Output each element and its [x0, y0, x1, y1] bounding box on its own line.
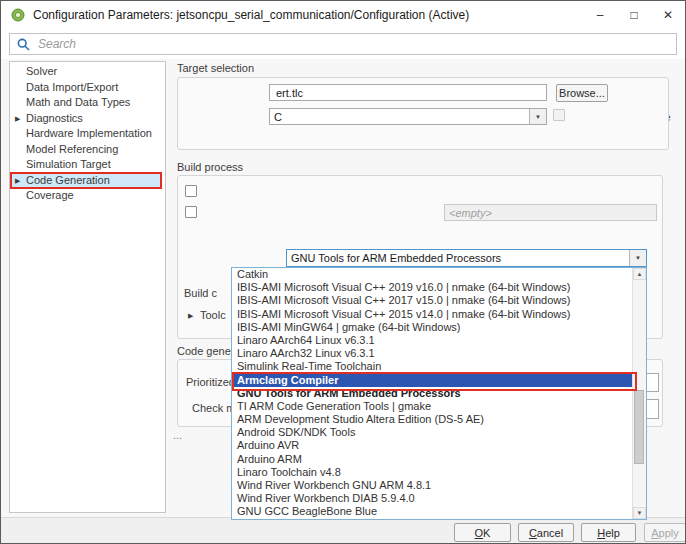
tree-arrow-icon: ▶ [15, 173, 26, 189]
package-code-checkbox[interactable] [185, 206, 197, 218]
toolchain-option[interactable]: IBIS-AMI Microsoft Visual C++ 2019 v16.0… [232, 281, 633, 294]
ok-button[interactable]: OK [454, 523, 511, 542]
sidebar-item-coverage[interactable]: Coverage [11, 188, 161, 204]
sidebar-item-label: Model Referencing [26, 142, 118, 158]
sidebar-item-model-referencing[interactable]: Model Referencing [11, 142, 161, 158]
toolchain-option[interactable]: Linaro Toolchain v4.8 [232, 466, 633, 479]
toolchain-option[interactable]: Wind River Workbench DIAB 5.9.4.0 [232, 492, 633, 505]
browse-button[interactable]: Browse... [556, 84, 608, 102]
scroll-up-icon[interactable]: ▲ [633, 268, 646, 280]
close-button[interactable]: ✕ [651, 1, 685, 29]
toolchain-option[interactable]: TI ARM Code Generation Tools | gmake [232, 400, 633, 413]
code-generation-section-label-partial: Code gener [177, 345, 235, 357]
sidebar-item-data-import-export[interactable]: Data Import/Export [11, 80, 161, 96]
system-target-file-input[interactable] [274, 86, 542, 100]
toolchain-option[interactable]: Android SDK/NDK Tools [232, 426, 633, 439]
toolchain-option[interactable]: Catkin [232, 268, 633, 281]
maximize-button[interactable]: □ [617, 1, 651, 29]
zip-file-name-placeholder: <empty> [449, 207, 492, 219]
toolchain-option[interactable]: ARM Development Studio Altera Edition (D… [232, 413, 633, 426]
apply-button[interactable]: Apply [644, 523, 686, 542]
sidebar-item-label: Code Generation [26, 173, 110, 189]
toolchain-option[interactable]: IBIS-AMI MinGW64 | gmake (64-bit Windows… [232, 321, 633, 334]
check-model-label-partial: Check m [192, 402, 235, 414]
generate-code-only-checkbox[interactable] [185, 185, 197, 197]
configuration-parameters-dialog: Configuration Parameters: jetsoncpu_seri… [0, 0, 686, 544]
sidebar-item-diagnostics[interactable]: ▶ Diagnostics [11, 111, 161, 127]
toolchain-option[interactable]: IBIS-AMI Microsoft Visual C++ 2017 v15.0… [232, 294, 633, 307]
minimize-button[interactable]: – [583, 1, 617, 29]
generate-gpu-code-checkbox [553, 109, 565, 121]
tree-arrow-icon: ▶ [15, 111, 26, 127]
sidebar-item-simulation-target[interactable]: Simulation Target [11, 157, 161, 173]
toolchain-option[interactable]: Wind River Workbench GNU ARM 4.8.1 [232, 479, 633, 492]
window-controls: – □ ✕ [583, 1, 685, 29]
sidebar-item-label: Diagnostics [26, 111, 83, 127]
toolchain-option[interactable]: Linaro AArch32 Linux v6.3.1 [232, 347, 633, 360]
language-combobox[interactable]: C ▼ [269, 108, 547, 125]
title-bar: Configuration Parameters: jetsoncpu_seri… [1, 1, 685, 29]
toolchain-option[interactable]: Arduino AVR [232, 439, 633, 452]
sidebar-item-hardware-implementation[interactable]: Hardware Implementation [11, 126, 161, 142]
toolchain-details-label-partial: Toolc [200, 309, 226, 321]
dropdown-scrollbar[interactable]: ▲ ▼ [632, 268, 646, 519]
target-selection-title: Target selection [177, 62, 254, 74]
sidebar-item-label: Coverage [26, 188, 74, 204]
search-bar [9, 33, 677, 55]
toolchain-dropdown-arrow-icon[interactable]: ▼ [629, 250, 646, 266]
sidebar-list: Solver Data Import/Export Math and Data … [9, 61, 166, 513]
help-button[interactable]: Help [581, 523, 636, 542]
window-title: Configuration Parameters: jetsoncpu_seri… [33, 8, 469, 22]
sidebar-item-label: Solver [26, 64, 57, 80]
build-process-title: Build process [177, 161, 243, 173]
toolchain-dropdown-items: CatkinIBIS-AMI Microsoft Visual C++ 2019… [232, 268, 633, 519]
app-icon [11, 8, 25, 22]
sidebar-item-math-and-data-types[interactable]: Math and Data Types [11, 95, 161, 111]
search-input[interactable] [36, 36, 676, 52]
language-value: C [270, 111, 529, 123]
toolchain-option[interactable]: IBIS-AMI Microsoft Visual C++ 2015 v14.0… [232, 308, 633, 321]
zip-file-name-field: <empty> [444, 204, 657, 221]
sidebar-item-label: Math and Data Types [26, 95, 130, 111]
sidebar-item-code-generation[interactable]: ▶ Code Generation [11, 173, 161, 189]
sidebar-item-label: Hardware Implementation [26, 126, 152, 142]
language-dropdown-arrow-icon[interactable]: ▼ [529, 109, 546, 124]
search-icon [17, 38, 30, 51]
system-target-file-field[interactable] [269, 84, 547, 101]
toolchain-option[interactable]: Linaro AArch64 Linux v6.3.1 [232, 334, 633, 347]
sidebar-item-label: Simulation Target [26, 157, 111, 173]
scrollbar-thumb[interactable] [634, 390, 644, 464]
toolchain-details-arrow-icon[interactable]: ▶ [188, 312, 193, 320]
toolchain-value: GNU Tools for ARM Embedded Processors [287, 252, 629, 264]
toolchain-combobox[interactable]: GNU Tools for ARM Embedded Processors ▼ [286, 249, 647, 267]
prioritized-objectives-label-partial: Prioritized [186, 376, 235, 388]
toolchain-dropdown-list: CatkinIBIS-AMI Microsoft Visual C++ 2019… [231, 267, 647, 520]
toolchain-option[interactable]: GNU Tools for ARM Embedded Processors [232, 387, 633, 400]
cancel-button[interactable]: Cancel [518, 523, 574, 542]
scroll-down-icon[interactable]: ▼ [633, 507, 646, 519]
ellipsis-text: ... [173, 429, 182, 441]
build-configuration-label-partial: Build c [184, 287, 217, 299]
toolchain-option[interactable]: Arduino ARM [232, 453, 633, 466]
toolchain-option[interactable]: GNU GCC BeagleBone Blue [232, 505, 633, 518]
toolchain-option[interactable]: Armclang Compiler [232, 374, 633, 387]
sidebar-item-label: Data Import/Export [26, 80, 118, 96]
toolchain-option[interactable]: Simulink Real-Time Toolchain [232, 360, 633, 373]
sidebar-item-solver[interactable]: Solver [11, 64, 161, 80]
